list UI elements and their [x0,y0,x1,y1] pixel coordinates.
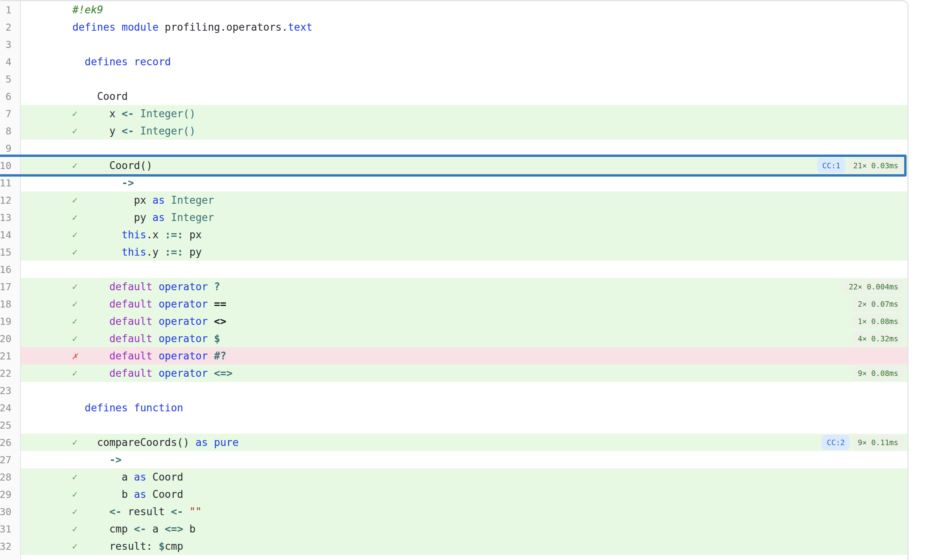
code-token: text [288,21,313,33]
code-line[interactable]: 26✓compareCoords() as pureCC:29× 0.11ms [0,434,907,451]
code-line-content: ✓default operator ?22× 0.004ms [21,278,907,295]
coverage-check-icon: ✓ [72,247,77,257]
code-token [208,350,214,362]
line-number: 2 [0,18,21,36]
coverage-check-icon: ✓ [72,195,77,205]
code-token: as [195,437,208,448]
code-token: <=> [165,523,183,535]
code-coverage-panel: 1#!ek92defines module profiling.operator… [0,0,908,560]
code-line-content: Coord [21,88,907,105]
code-line[interactable]: 31✓cmp <- a <=> b [0,520,907,538]
code-line[interactable]: 19✓default operator <>1× 0.08ms [0,313,907,330]
profiling-timing-badge: 1× 0.08ms [853,314,903,329]
code-text: a as Coord [21,472,183,482]
line-number: 15 [0,243,21,261]
code-token: py [183,246,202,258]
line-number: 26 [0,434,21,451]
code-line[interactable]: 4defines record [0,53,907,70]
code-line[interactable]: 17✓default operator ?22× 0.004ms [0,278,907,295]
code-text: default operator <=> [21,368,232,378]
coverage-check-icon: ✓ [72,230,77,239]
code-line[interactable]: 29✓b as Coord [0,486,907,503]
code-token: Integer() [140,125,195,137]
coverage-check-icon: ✓ [72,507,77,516]
line-number: 25 [0,416,21,434]
coverage-check-icon: ✓ [72,213,77,222]
code-line[interactable]: 32✓result: $cmp [0,538,907,555]
code-text: px as Integer [21,195,214,205]
code-line[interactable]: 22✓default operator <=>9× 0.08ms [0,365,907,382]
code-rows: 1#!ek92defines module profiling.operator… [0,1,907,560]
profiling-timing-badge: 4× 0.32ms [853,331,903,346]
line-number: 4 [0,53,21,70]
coverage-check-icon: ✓ [72,368,77,378]
code-token: #? [214,350,226,362]
code-line[interactable]: 16 [0,261,907,278]
code-line-content: defines record [21,53,907,70]
code-token: operator [158,367,208,379]
code-line[interactable]: 13✓py as Integer [0,209,907,226]
code-line-content [21,36,907,53]
code-line[interactable]: 30✓<- result <- "" [0,503,907,520]
code-text: this.x :=: px [21,230,202,240]
code-line[interactable]: 25 [0,416,907,434]
code-token: default [109,298,153,310]
code-line[interactable]: 23 [0,382,907,399]
code-line[interactable]: 11-> [0,174,907,192]
code-line[interactable]: 27-> [0,451,907,468]
code-text: <- result <- "" [21,507,202,517]
code-token: <- [109,506,122,518]
code-line[interactable]: 12✓px as Integer [0,192,907,209]
code-token: px [134,194,153,206]
code-token [165,194,171,206]
line-number: 16 [0,261,21,278]
line-number: 18 [0,295,21,313]
code-token: result: [109,540,158,552]
code-text: default operator ? [21,282,220,292]
code-token: $ [214,333,220,344]
code-line[interactable]: 2defines module profiling.operators.text [0,18,907,36]
code-line[interactable]: 18✓default operator ==2× 0.07ms [0,295,907,313]
code-line[interactable]: 6Coord [0,88,907,105]
code-line[interactable]: 14✓this.x :=: px [0,226,907,243]
code-text: py as Integer [21,212,214,223]
code-token: x [109,108,122,120]
profiling-timing-badge: 22× 0.004ms [844,279,903,294]
line-badges: 2× 0.07ms [853,297,903,311]
code-token [208,315,214,327]
code-token: :=: [165,246,183,258]
code-token [208,298,214,310]
code-line[interactable]: 8✓y <- Integer() [0,122,907,140]
code-line[interactable]: 20✓default operator $4× 0.32ms [0,330,907,347]
coverage-check-icon: ✓ [72,109,77,118]
code-line[interactable]: 28✓a as Coord [0,468,907,486]
code-line[interactable]: 21✗default operator #? [0,347,907,365]
code-line-content: -> [21,174,907,192]
line-number: 33 [0,555,21,560]
code-line[interactable]: 1#!ek9 [0,1,907,18]
code-line[interactable]: 5 [0,70,907,88]
line-number: 32 [0,538,21,555]
code-line[interactable]: 9 [0,140,907,157]
code-token: default [109,281,153,293]
line-number: 8 [0,122,21,140]
code-token: <=> [214,367,232,379]
code-line[interactable]: 7✓x <- Integer() [0,105,907,122]
line-number: 21 [0,347,21,365]
code-text: cmp <- a <=> b [21,524,195,534]
code-text: result: $cmp [21,541,183,551]
code-token [116,21,122,33]
code-token [128,402,134,414]
line-number: 10 [0,157,21,174]
code-line[interactable]: 15✓this.y :=: py [0,243,907,261]
code-line[interactable]: 33 [0,555,907,560]
code-token: #!ek9 [72,4,103,16]
code-token: y [109,125,122,137]
code-line[interactable]: 24defines function [0,399,907,416]
profiling-timing-badge: 9× 0.08ms [853,366,903,381]
code-token: .y [146,246,165,258]
code-line[interactable]: 10✓Coord()CC:121× 0.03ms [0,157,907,174]
code-text: Coord [21,91,128,101]
code-line[interactable]: 3 [0,36,907,53]
code-token: "" [189,506,201,518]
